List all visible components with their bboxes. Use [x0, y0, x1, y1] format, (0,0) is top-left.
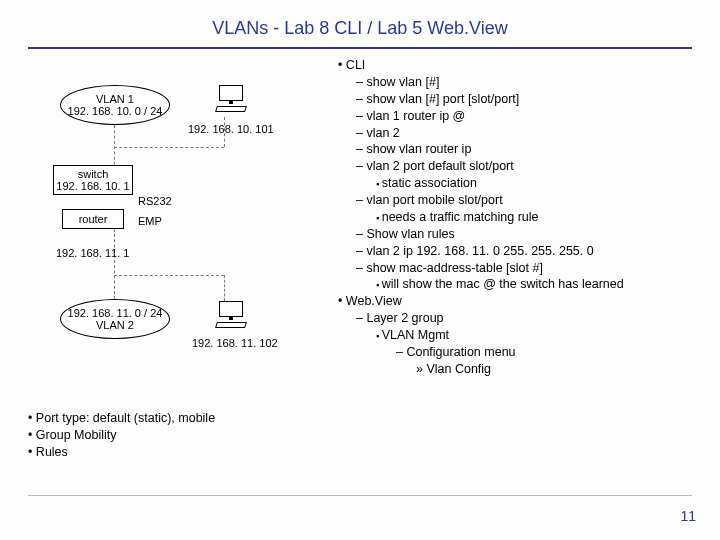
pc-top-icon: [213, 85, 249, 117]
title-rule: [28, 47, 692, 49]
wv-item: Vlan Config: [338, 361, 692, 378]
cli-subitem: needs a traffic matching rule: [338, 209, 692, 226]
cli-item: vlan 2 ip 192. 168. 11. 0 255. 255. 255.…: [338, 243, 692, 260]
wv-item: Layer 2 group: [338, 310, 692, 327]
ip-11-1: 192. 168. 11. 1: [56, 247, 129, 259]
vlan1-ellipse: VLAN 1 192. 168. 10. 0 / 24: [60, 85, 170, 125]
cli-subitem: will show the mac @ the switch has learn…: [338, 276, 692, 293]
text-outline: CLI show vlan [#] show vlan [#] port [sl…: [328, 57, 692, 437]
diagram: VLAN 1 192. 168. 10. 0 / 24 192. 168. 10…: [28, 57, 328, 437]
vlan2-subnet: 192. 168. 11. 0 / 24: [61, 307, 169, 319]
vlan2-name: VLAN 2: [61, 319, 169, 331]
cli-item: show vlan [#] port [slot/port]: [338, 91, 692, 108]
wv-item: Configuration menu: [338, 344, 692, 361]
cli-item: show vlan [#]: [338, 74, 692, 91]
footer-notes: Port type: default (static), mobile Grou…: [28, 410, 215, 461]
link-pc-bot: [224, 275, 225, 301]
link-router-vlan2: [114, 229, 115, 299]
switch-label: switch: [54, 168, 132, 180]
vlan2-ellipse: 192. 168. 11. 0 / 24 VLAN 2: [60, 299, 170, 339]
cli-subitem: static association: [338, 175, 692, 192]
cli-item: vlan port mobile slot/port: [338, 192, 692, 209]
wv-item: VLAN Mgmt: [338, 327, 692, 344]
note-item: Port type: default (static), mobile: [28, 410, 215, 427]
note-item: Rules: [28, 444, 215, 461]
cli-item: show mac-address-table [slot #]: [338, 260, 692, 277]
page-title: VLANs - Lab 8 CLI / Lab 5 Web.View: [0, 0, 720, 47]
switch-box: switch 192. 168. 10. 1: [53, 165, 133, 195]
vlan1-subnet: 192. 168. 10. 0 / 24: [61, 105, 169, 117]
footer-rule: [28, 495, 692, 496]
switch-ip: 192. 168. 10. 1: [54, 180, 132, 192]
vlan1-name: VLAN 1: [61, 93, 169, 105]
cli-item: vlan 2: [338, 125, 692, 142]
pc-bot-ip: 192. 168. 11. 102: [192, 337, 278, 349]
rs232-label: RS232: [138, 195, 172, 207]
cli-item: show vlan router ip: [338, 141, 692, 158]
pc-bot-icon: [213, 301, 249, 333]
cli-item: vlan 2 port default slot/port: [338, 158, 692, 175]
note-item: Group Mobility: [28, 427, 215, 444]
cli-item: Show vlan rules: [338, 226, 692, 243]
router-box: router: [62, 209, 124, 229]
emp-label: EMP: [138, 215, 162, 227]
page-number: 11: [680, 508, 696, 524]
router-label: router: [63, 213, 123, 225]
link-vlan2-pc: [114, 275, 224, 276]
link-vlan1-pc: [114, 147, 224, 148]
cli-heading: CLI: [338, 57, 692, 74]
pc-top-ip: 192. 168. 10. 101: [188, 123, 274, 135]
content-area: VLAN 1 192. 168. 10. 0 / 24 192. 168. 10…: [0, 57, 720, 437]
cli-item: vlan 1 router ip @: [338, 108, 692, 125]
webview-heading: Web.View: [338, 293, 692, 310]
link-vlan1-switch: [114, 125, 115, 165]
